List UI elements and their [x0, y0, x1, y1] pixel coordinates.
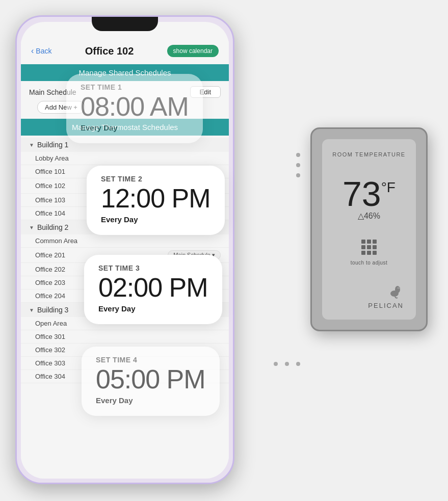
set-time-4-recur: Every Day [96, 396, 205, 405]
dot [274, 362, 278, 366]
temperature-number: 73 [342, 176, 381, 211]
dots-decoration-top [296, 153, 300, 177]
back-label: Back [36, 47, 51, 55]
set-time-2-recur: Every Day [101, 215, 210, 224]
touch-dot [367, 251, 371, 255]
back-chevron-icon: ‹ [31, 46, 34, 56]
set-time-3-label: SET TIME 3 [98, 264, 208, 272]
room-label: Open Area [35, 320, 67, 327]
set-time-4-value: 05:00 PM [96, 365, 205, 394]
room-label: Office 103 [35, 196, 65, 204]
dot [296, 362, 300, 366]
collapse-icon: ▼ [29, 142, 34, 148]
room-label: Common Area [35, 237, 77, 245]
touch-dot [373, 245, 377, 249]
building-3-name: Building 3 [37, 306, 69, 314]
building-2-name: Building 2 [37, 223, 69, 231]
room-label: Office 303 [35, 359, 65, 367]
list-item[interactable]: Common Area [21, 234, 229, 248]
dot [285, 362, 289, 366]
thermostat-device: ROOM TEMPERATURE 73 °F △46% [310, 127, 428, 331]
list-item[interactable]: Lobby Area [21, 152, 229, 165]
room-label: Office 202 [35, 266, 65, 273]
dot [296, 173, 300, 177]
touch-dot [373, 240, 377, 244]
touch-label: touch to adjust [351, 260, 388, 266]
set-time-2-label: SET TIME 2 [101, 175, 210, 183]
room-label: Office 201 [35, 251, 65, 259]
set-time-1-label: SET TIME 1 [81, 83, 189, 91]
room-label: Office 302 [35, 346, 65, 354]
temperature-unit: °F [381, 180, 396, 195]
set-time-bubble-2: SET TIME 2 12:00 PM Every Day [87, 166, 225, 235]
touch-dot [367, 240, 371, 244]
svg-point-2 [397, 287, 400, 289]
back-button[interactable]: ‹ Back [31, 46, 51, 56]
room-label: Lobby Area [35, 154, 69, 162]
thermostat-screen: ROOM TEMPERATURE 73 °F △46% [322, 139, 416, 320]
room-label: Office 304 [35, 373, 65, 380]
collapse-icon: ▼ [29, 307, 34, 313]
touch-dot [361, 251, 365, 255]
brand-label: PELICAN [330, 302, 404, 309]
room-label: Office 301 [35, 333, 65, 340]
room-label: Office 102 [35, 182, 65, 190]
touch-dot [361, 245, 365, 249]
temperature-display: 73 °F [342, 176, 396, 211]
set-time-bubble-1: SET TIME 1 08:00 AM Every Day [66, 74, 203, 143]
touch-dot [367, 245, 371, 249]
set-time-3-recur: Every Day [98, 304, 208, 313]
room-label: Office 204 [35, 292, 65, 300]
dot [296, 163, 300, 167]
touch-dot [361, 240, 365, 244]
scene: ‹ Back Office 102 show calendar Manage S… [0, 0, 448, 501]
touch-dot [373, 251, 377, 255]
set-time-bubble-4: SET TIME 4 05:00 PM Every Day [82, 347, 220, 416]
svg-point-1 [390, 291, 399, 297]
room-label: Office 104 [35, 209, 65, 217]
dots-decoration-bottom [274, 362, 300, 366]
set-time-1-recur: Every Day [81, 123, 189, 132]
pelican-icon [388, 284, 404, 300]
room-label: Office 203 [35, 279, 65, 286]
set-time-4-label: SET TIME 4 [96, 356, 205, 364]
touch-icon[interactable] [361, 240, 377, 255]
set-time-2-value: 12:00 PM [101, 184, 210, 213]
set-time-1-value: 08:00 AM [81, 92, 189, 121]
page-title: Office 102 [85, 45, 134, 57]
list-item[interactable]: Office 301 [21, 330, 229, 344]
phone-notch [92, 17, 158, 31]
set-time-bubble-3: SET TIME 3 02:00 PM Every Day [84, 255, 222, 324]
building-1-name: Building 1 [37, 141, 69, 149]
set-time-3-value: 02:00 PM [98, 273, 208, 302]
room-label: Office 101 [35, 168, 65, 175]
collapse-icon: ▼ [29, 225, 34, 230]
dot [296, 153, 300, 157]
room-temp-label: ROOM TEMPERATURE [332, 151, 405, 157]
show-calendar-button[interactable]: show calendar [167, 45, 219, 57]
top-bar: ‹ Back Office 102 show calendar [21, 40, 229, 62]
